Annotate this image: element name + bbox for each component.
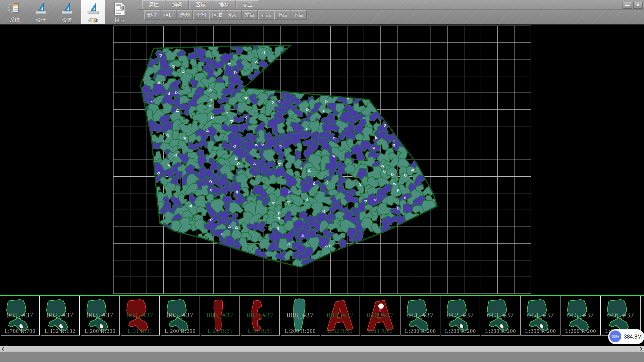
- usage-badge[interactable]: 38% 384.8M: [608, 329, 644, 344]
- tool-button-10[interactable]: 下靠: [291, 10, 307, 20]
- piece-id-label: 009_#37: [321, 311, 360, 319]
- horizontal-scrollbar[interactable]: ❮ ❯: [0, 346, 644, 352]
- scroll-right-icon[interactable]: ❯: [638, 346, 644, 352]
- nav-tab-label: 排版: [81, 17, 105, 23]
- piece-lr-count-label: L:31 R:31: [121, 328, 159, 334]
- tool-button-3[interactable]: 选割: [177, 10, 193, 20]
- toolbar-row-divider: [138, 9, 644, 10]
- nav-tab-5[interactable]: 报表: [107, 0, 131, 24]
- piece-thumbnail-8[interactable]: 008_#37L:200 R:200: [281, 296, 320, 336]
- tool-button-5[interactable]: 区域: [209, 10, 225, 20]
- menu-item-1[interactable]: 属性: [142, 0, 165, 9]
- piece-thumbnail-17[interactable]: [641, 296, 644, 336]
- piece-id-label: 007_#37: [241, 311, 279, 319]
- nav-tab-label: 设计: [29, 17, 53, 23]
- report-document-icon: [112, 1, 127, 16]
- piece-thumbnail-1[interactable]: 001_#37L:700 R:700: [1, 296, 40, 336]
- nav-tab-3[interactable]: 设置: [55, 0, 79, 24]
- piece-id-label: 008_#37: [281, 311, 320, 319]
- tool-button-9[interactable]: 上靠: [274, 10, 290, 20]
- piece-id-label: 002_#37: [41, 311, 79, 319]
- scroll-left-icon[interactable]: ❮: [0, 346, 6, 352]
- status-strip: [0, 352, 644, 362]
- piece-lr-count-label: L:200 R:200: [561, 328, 600, 334]
- piece-thumbnail-5[interactable]: 005_#37L:200 R:200: [161, 296, 200, 336]
- piece-id-label: 005_#37: [161, 311, 200, 319]
- piece-lr-count-label: L:21 R:21: [201, 328, 239, 334]
- piece-lr-count-label: L:33 R:33: [361, 328, 400, 334]
- pieces-thumbnail-strip: 001_#37L:700 R:700002_#37L:132 R:132003_…: [0, 295, 644, 346]
- tool-button-8[interactable]: 右靠: [258, 10, 274, 20]
- minimize-button[interactable]: —: [623, 2, 632, 9]
- tool-button-7[interactable]: 左靠: [242, 10, 258, 20]
- piece-lr-count-label: L:200 R:200: [521, 328, 560, 334]
- piece-lr-count-label: L:200 R:200: [161, 328, 200, 334]
- scrollbar-track[interactable]: [6, 347, 638, 352]
- nesting-workspace[interactable]: [0, 24, 644, 295]
- tool-button-4[interactable]: 全割: [193, 10, 209, 20]
- piece-thumbnail-3[interactable]: 003_#37L:200 R:200: [81, 296, 120, 336]
- nav-tab-label: 报表: [107, 17, 131, 23]
- usage-percent-badge: 38%: [609, 330, 621, 342]
- memory-usage-label: 384.8M: [624, 329, 642, 344]
- piece-lr-count-label: L:200 R:200: [281, 328, 320, 334]
- piece-thumbnail-11[interactable]: 011_#37L:200 R:200: [401, 296, 440, 336]
- piece-id-label: 013_#37: [481, 311, 520, 319]
- piece-id-label: 006_#37: [201, 311, 239, 319]
- menu-item-3[interactable]: 区域: [189, 0, 212, 9]
- piece-thumbnail-13[interactable]: 013_#37L:200 R:200: [481, 296, 521, 336]
- piece-id-label: 016_#37: [601, 311, 640, 319]
- toolbar: 系统设计设置排版报表 属性编辑区域排料交互 聚排相机选割全割区域瑕疵左靠右靠上靠…: [0, 0, 644, 24]
- piece-lr-count-label: L:200 R:200: [481, 328, 520, 334]
- piece-lr-count-label: L:32 R:31: [321, 328, 360, 334]
- piece-thumbnail-2[interactable]: 002_#37L:132 R:132: [41, 296, 80, 336]
- piece-lr-count-label: L:200 R:200: [441, 328, 480, 334]
- set-square-icon: [34, 1, 48, 16]
- menu-item-5[interactable]: 交互: [236, 0, 259, 9]
- tool-button-2[interactable]: 相机: [161, 10, 176, 20]
- piece-lr-count-label: L:31 R:31: [241, 328, 279, 334]
- piece-lr-count-label: L:200 R:200: [81, 328, 119, 334]
- piece-thumbnail-10[interactable]: 010_#37L:33 R:33: [361, 296, 400, 336]
- piece-id-label: 011_#37: [401, 311, 440, 319]
- nav-tab-2[interactable]: 设计: [29, 0, 53, 24]
- tool-button-6[interactable]: 瑕疵: [226, 10, 241, 20]
- piece-thumbnail-14[interactable]: 014_#37L:200 R:200: [521, 296, 560, 336]
- piece-thumbnail-15[interactable]: 015_#37L:200 R:200: [561, 296, 601, 336]
- set-square-icon: [86, 1, 101, 16]
- menu-item-4[interactable]: 排料: [213, 0, 235, 9]
- piece-id-label: 003_#37: [81, 311, 119, 319]
- set-square-icon: [60, 1, 74, 16]
- piece-id-label: 001_#37: [1, 311, 39, 319]
- nesting-canvas[interactable]: [0, 24, 644, 295]
- piece-id-label: 010_#37: [361, 311, 400, 319]
- nav-tab-4[interactable]: 排版: [81, 0, 105, 24]
- piece-lr-count-label: L:700 R:700: [1, 328, 39, 334]
- nav-tab-label: 系统: [3, 17, 27, 23]
- piece-id-label: 004_#37: [121, 311, 159, 319]
- nested-pieces[interactable]: [133, 38, 439, 273]
- piece-lr-count-label: L:132 R:132: [41, 328, 79, 334]
- menu-item-2[interactable]: 编辑: [166, 0, 189, 9]
- nav-tab-label: 设置: [55, 17, 79, 23]
- piece-thumbnail-9[interactable]: 009_#37L:32 R:31: [321, 296, 360, 336]
- piece-thumbnail-7[interactable]: 007_#37L:31 R:31: [241, 296, 280, 336]
- piece-id-label: 014_#37: [521, 311, 560, 319]
- piece-lr-count-label: L:200 R:200: [401, 328, 440, 334]
- piece-thumbnail-6[interactable]: 006_#37L:21 R:21: [201, 296, 240, 336]
- piece-thumbnail-12[interactable]: 012_#37L:200 R:200: [441, 296, 480, 336]
- nav-tab-1[interactable]: 系统: [3, 0, 27, 24]
- tool-button-1[interactable]: 聚排: [144, 10, 160, 20]
- close-button[interactable]: ✕: [633, 2, 643, 9]
- gear-document-icon: [7, 1, 22, 16]
- piece-thumbnail-4[interactable]: 004_#37L:31 R:31: [121, 296, 160, 336]
- piece-id-label: 015_#37: [561, 311, 600, 319]
- piece-id-label: 012_#37: [441, 311, 480, 319]
